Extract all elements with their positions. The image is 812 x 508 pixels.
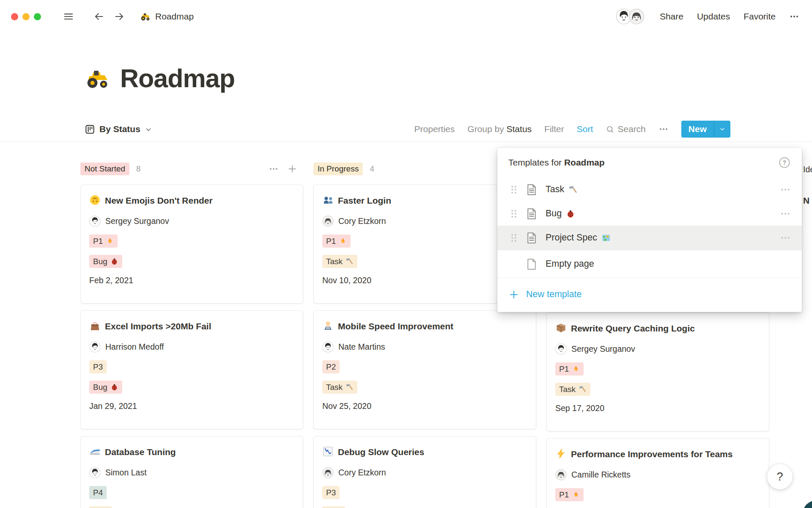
new-template-label: New template <box>526 289 582 300</box>
property-badge: Task <box>555 383 590 396</box>
property-badge: P3 <box>89 360 107 373</box>
properties-button[interactable]: Properties <box>414 124 455 134</box>
template-item-label: Bug <box>546 208 562 219</box>
favorite-button[interactable]: Favorite <box>743 11 776 22</box>
search-icon <box>606 125 614 134</box>
updates-button[interactable]: Updates <box>697 11 730 22</box>
card[interactable]: Database TuningSimon LastP4 <box>80 436 303 508</box>
badge-label: P3 <box>326 488 336 497</box>
property-badge <box>322 506 345 508</box>
new-template-button[interactable]: New template <box>497 278 802 311</box>
hidden-card-title-fragment: N <box>803 196 809 206</box>
card-title-text: Rewrite Query Caching Logic <box>571 323 695 333</box>
card[interactable]: Rewrite Query Caching LogicSergey Surgan… <box>546 312 769 431</box>
property-badge: P1 <box>89 235 118 248</box>
close-window-button[interactable] <box>11 13 18 20</box>
card-date: Nov 25, 2020 <box>322 401 527 411</box>
card-title-text: Mobile Speed Improvement <box>338 321 453 331</box>
card-title: Faster Login <box>322 193 527 208</box>
forward-icon[interactable] <box>114 11 125 22</box>
filter-button[interactable]: Filter <box>544 124 564 134</box>
new-button-label[interactable]: New <box>681 121 714 138</box>
group-by-button[interactable]: Group by Status <box>467 124 532 134</box>
card-emoji-icon <box>89 194 101 206</box>
badge-label: Bug <box>93 257 107 266</box>
template-more-icon[interactable] <box>780 232 791 243</box>
new-button-dropdown[interactable] <box>714 121 730 138</box>
badge-row: Task <box>322 255 527 268</box>
assignee-name: Harrison Medoff <box>105 342 164 352</box>
drag-handle-icon[interactable] <box>508 183 519 196</box>
toolbar-divider <box>0 141 812 142</box>
fire-emoji-icon <box>106 237 114 245</box>
badge-row: P1 <box>89 235 294 248</box>
column-status-badge[interactable]: Not Started <box>80 163 129 175</box>
zoom-window-button[interactable] <box>34 13 41 20</box>
hammer-emoji-icon <box>346 383 354 391</box>
assignee-name: Cory Etzkorn <box>338 468 386 478</box>
help-button[interactable]: ? <box>767 464 793 489</box>
card-emoji-icon <box>322 194 334 206</box>
property-badge: P1 <box>555 488 584 501</box>
card-title: Performance Improvements for Teams <box>555 447 760 461</box>
badge-row <box>89 506 294 508</box>
column-more-icon[interactable] <box>269 164 279 174</box>
badge-row: Bug <box>89 381 294 394</box>
badge-label: Bug <box>93 383 107 392</box>
badge-label: P2 <box>326 362 336 372</box>
page-emoji-icon[interactable] <box>85 65 111 91</box>
template-item-empty-page[interactable]: Empty page <box>497 250 802 278</box>
template-item-bug[interactable]: Bug <box>497 202 802 226</box>
search-button[interactable]: Search <box>606 124 646 134</box>
minimize-window-button[interactable] <box>22 13 30 20</box>
column-add-icon[interactable] <box>287 164 297 174</box>
template-item-task[interactable]: Task <box>497 177 802 202</box>
card-title: New Emojis Don't Render <box>89 193 294 208</box>
share-button[interactable]: Share <box>660 11 683 22</box>
assignee-name: Nate Martins <box>338 342 385 352</box>
column-status-badge[interactable]: In Progress <box>313 163 363 175</box>
column-header: Not Started8 <box>80 162 303 176</box>
breadcrumb-title[interactable]: Roadmap <box>155 11 194 22</box>
help-icon[interactable]: ? <box>778 156 791 169</box>
card-date: Nov 10, 2020 <box>322 276 527 285</box>
chevron-down-icon <box>719 126 726 133</box>
view-switcher[interactable]: By Status <box>80 124 152 135</box>
badge-label: P1 <box>326 237 336 246</box>
tractor-emoji-icon <box>140 11 151 22</box>
template-item-label: Empty page <box>546 259 594 269</box>
badge-row: P1 <box>322 235 527 248</box>
drag-handle-icon[interactable] <box>508 207 519 220</box>
card[interactable]: Debug Slow QueriesCory EtzkornP3 <box>313 436 536 508</box>
card[interactable]: New Emojis Don't RenderSergey SurganovP1… <box>80 185 303 304</box>
hidden-column-label-fragment: Ide <box>803 165 812 174</box>
breadcrumb[interactable]: Roadmap <box>140 11 194 22</box>
template-item-project-spec[interactable]: Project Spec <box>497 226 802 250</box>
group-by-label: Group by <box>467 124 504 134</box>
back-icon[interactable] <box>93 11 104 22</box>
sidebar-menu-icon[interactable] <box>63 11 74 22</box>
card[interactable]: Mobile Speed ImprovementNate MartinsP2Ta… <box>313 310 536 429</box>
fire-emoji-icon <box>572 365 580 373</box>
more-options-icon[interactable] <box>789 11 799 22</box>
avatar[interactable] <box>628 8 645 25</box>
board-column: Not Started8New Emojis Don't RenderSerge… <box>80 162 303 508</box>
card[interactable]: Excel Imports >20Mb FailHarrison MedoffP… <box>80 310 303 429</box>
card-date: Jan 29, 2021 <box>89 401 294 411</box>
page-title[interactable]: Roadmap <box>120 64 235 93</box>
document-icon <box>525 183 538 196</box>
traffic-lights <box>11 13 41 20</box>
new-button[interactable]: New <box>681 121 730 138</box>
avatar <box>89 215 101 227</box>
template-more-icon[interactable] <box>780 184 791 195</box>
property-badge: P3 <box>322 486 340 499</box>
presence-avatars[interactable] <box>616 8 645 25</box>
toolbar-more-icon[interactable] <box>658 124 669 134</box>
card[interactable]: Performance Improvements for TeamsCamill… <box>546 438 769 508</box>
drag-handle-icon[interactable] <box>508 232 519 244</box>
document-icon <box>525 207 538 221</box>
property-badge: Bug <box>89 381 122 394</box>
template-more-icon[interactable] <box>780 208 791 219</box>
sort-button[interactable]: Sort <box>577 124 593 134</box>
fire-emoji-icon <box>572 491 580 499</box>
